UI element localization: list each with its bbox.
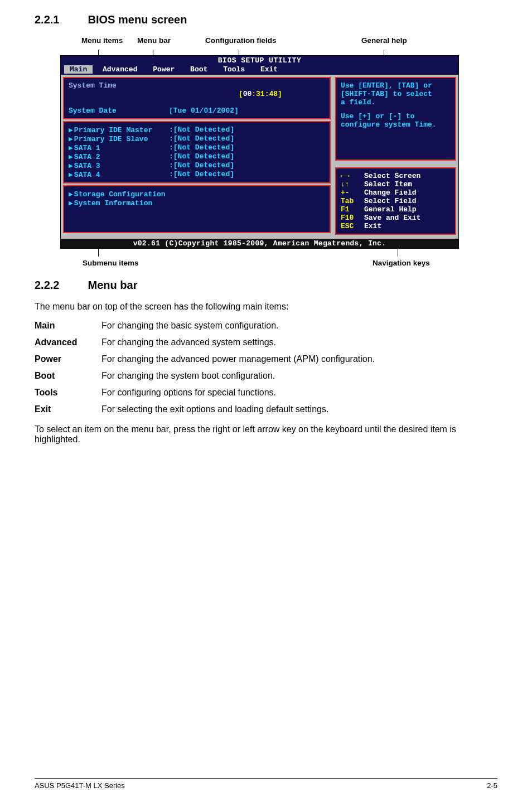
row-sata3[interactable]: ▶SATA 3:[Not Detected] [69, 161, 325, 170]
outro-text: To select an item on the menu bar, press… [35, 424, 497, 445]
help-line: [SHIFT-TAB] to select [341, 90, 451, 98]
heading-num: 2.2.1 [35, 13, 85, 26]
cell-val: For configuring options for special func… [101, 384, 379, 401]
heading-title: Menu bar [88, 279, 138, 291]
label: ▶SATA 4 [69, 170, 169, 179]
row-primary-ide-master[interactable]: ▶Primary IDE Master:[Not Detected] [69, 125, 325, 134]
val-rest: :31:48] [252, 90, 282, 98]
nav-key: ESC [341, 222, 364, 230]
bracket: [ [239, 90, 243, 98]
bios-box-time: System Time [00:31:48] System Date [Tue … [63, 77, 331, 119]
callout-menu-items: Menu items [81, 36, 123, 45]
label: ▶Primary IDE Slave [69, 134, 169, 143]
nav-row: ←→Select Screen [341, 172, 451, 180]
table-row: MainFor changing the basic system config… [35, 317, 379, 334]
nav-val: Select Field [364, 197, 417, 205]
nav-val: Select Item [364, 180, 412, 189]
value-system-time: [00:31:48] [169, 81, 282, 107]
nav-row: +-Change Field [341, 189, 451, 197]
triangle-icon: ▶ [69, 135, 73, 143]
txt: Primary IDE Slave [74, 135, 148, 143]
tab-boot[interactable]: Boot [185, 65, 213, 74]
cell-val: For changing the advanced system setting… [101, 334, 379, 351]
row-primary-ide-slave[interactable]: ▶Primary IDE Slave:[Not Detected] [69, 134, 325, 143]
page: 2.2.1 BIOS menu screen Menu items Menu b… [0, 0, 532, 802]
callout-tick [98, 50, 99, 56]
nav-row: F10Save and Exit [341, 214, 451, 222]
val: :[Not Detected] [169, 152, 234, 161]
triangle-icon: ▶ [69, 144, 73, 152]
label-system-date: System Date [69, 107, 169, 115]
txt: Primary IDE Master [74, 126, 152, 134]
bios-box-drives: ▶Primary IDE Master:[Not Detected] ▶Prim… [63, 121, 331, 183]
value-system-date: [Tue 01/01/2002] [169, 107, 239, 115]
txt: SATA 1 [74, 144, 100, 152]
bios-nav-box: ←→Select Screen ↓↑Select Item +-Change F… [335, 167, 456, 235]
row-sata1[interactable]: ▶SATA 1:[Not Detected] [69, 143, 325, 152]
nav-val: Select Screen [364, 172, 420, 180]
table-row: AdvancedFor changing the advanced system… [35, 334, 379, 351]
val: :[Not Detected] [169, 161, 234, 170]
callout-menu-bar: Menu bar [137, 36, 171, 45]
callout-tick [153, 50, 153, 56]
triangle-icon: ▶ [69, 190, 73, 199]
cell-key: Exit [35, 401, 101, 418]
nav-key: ←→ [341, 172, 364, 180]
triangle-icon: ▶ [69, 199, 73, 207]
row-system-info[interactable]: ▶System Information [69, 199, 325, 207]
val: :[Not Detected] [169, 134, 234, 143]
tab-tools[interactable]: Tools [217, 65, 250, 74]
label: ▶SATA 3 [69, 161, 169, 170]
tab-main[interactable]: Main [64, 65, 93, 74]
footer-right: 2-5 [487, 781, 497, 790]
row-sata4[interactable]: ▶SATA 4:[Not Detected] [69, 170, 325, 179]
nav-key: Tab [341, 197, 364, 205]
val: :[Not Detected] [169, 143, 234, 152]
txt: SATA 3 [74, 162, 100, 170]
heading-title: BIOS menu screen [88, 13, 187, 26]
heading-2-2-2: 2.2.2 Menu bar [35, 279, 497, 292]
nav-key: F1 [341, 205, 364, 214]
row-storage-config[interactable]: ▶Storage Configuration [69, 190, 325, 199]
val: :[Not Detected] [169, 125, 234, 134]
help-line: Use [ENTER], [TAB] or [341, 81, 451, 90]
callout-tick [384, 50, 384, 56]
label: ▶SATA 1 [69, 143, 169, 152]
callout-tick [239, 50, 239, 56]
bios-body: System Time [00:31:48] System Date [Tue … [61, 75, 458, 239]
spacer [341, 107, 451, 112]
txt: SATA 2 [74, 153, 100, 161]
val: :[Not Detected] [169, 170, 234, 179]
heading-2-2-1: 2.2.1 BIOS menu screen [35, 13, 497, 26]
cell-val: For changing the basic system configurat… [101, 317, 379, 334]
table-row: ToolsFor configuring options for special… [35, 384, 379, 401]
row-system-time[interactable]: System Time [00:31:48] [69, 81, 325, 107]
table-row: ExitFor selecting the exit options and l… [35, 401, 379, 418]
row-sata2[interactable]: ▶SATA 2:[Not Detected] [69, 152, 325, 161]
help-line: configure system Time. [341, 120, 451, 129]
callout-tick [398, 249, 398, 257]
val-hh: 00 [243, 90, 252, 98]
callout-tick [98, 249, 99, 257]
table-row: PowerFor changing the advanced power man… [35, 351, 379, 368]
heading-num: 2.2.2 [35, 279, 85, 292]
bios-help-box: Use [ENTER], [TAB] or [SHIFT-TAB] to sel… [335, 77, 456, 161]
bios-title: BIOS SETUP UTILITY [61, 56, 458, 65]
bios-window: BIOS SETUP UTILITY Main Advanced Power B… [60, 55, 459, 249]
tab-exit[interactable]: Exit [255, 65, 283, 74]
row-system-date[interactable]: System Date [Tue 01/01/2002] [69, 107, 325, 115]
tab-advanced[interactable]: Advanced [97, 65, 143, 74]
label-system-time: System Time [69, 81, 169, 107]
cell-key: Main [35, 317, 101, 334]
cell-key: Boot [35, 368, 101, 384]
callout-config-fields: Configuration fields [205, 36, 277, 45]
nav-key: ↓↑ [341, 180, 364, 189]
intro-text: The menu bar on top of the screen has th… [35, 302, 497, 312]
bios-side-panel: Use [ENTER], [TAB] or [SHIFT-TAB] to sel… [333, 75, 458, 239]
txt: Storage Configuration [74, 190, 166, 199]
cell-val: For changing the advanced power manageme… [101, 351, 379, 368]
nav-row: ↓↑Select Item [341, 180, 451, 189]
tab-power[interactable]: Power [147, 65, 180, 74]
label: ▶SATA 2 [69, 152, 169, 161]
nav-val: Change Field [364, 189, 417, 197]
